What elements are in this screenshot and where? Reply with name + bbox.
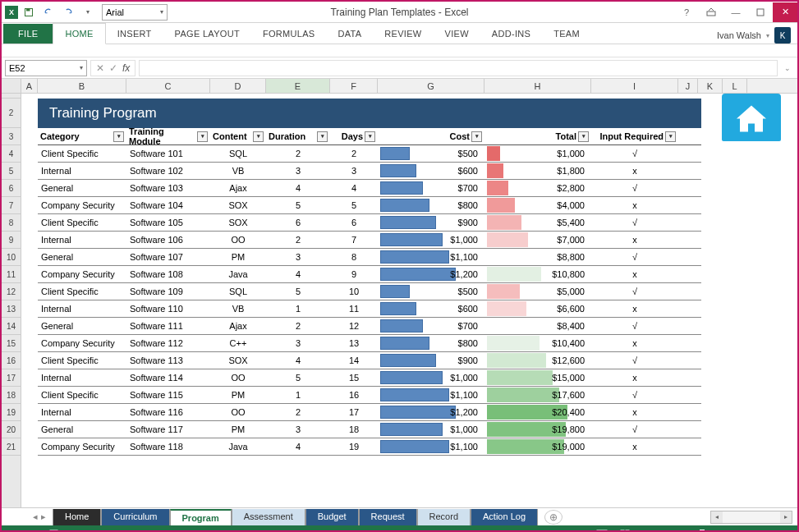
cell-duration[interactable]: 6: [266, 214, 330, 231]
row-header-4[interactable]: 4: [2, 145, 21, 163]
cell-module[interactable]: Software 107: [126, 249, 210, 265]
select-all-cell[interactable]: [2, 79, 21, 93]
filter-icon[interactable]: ▾: [578, 131, 589, 142]
cell-category[interactable]: General: [38, 180, 126, 196]
cell-total[interactable]: $2,800: [484, 180, 591, 196]
cell-duration[interactable]: 4: [266, 438, 330, 455]
cell-days[interactable]: 11: [330, 300, 378, 317]
cell-category[interactable]: Internal: [38, 404, 126, 420]
th-content[interactable]: Content▾: [210, 128, 266, 144]
cell-total[interactable]: $8,400: [484, 318, 591, 334]
cell-cost[interactable]: $500: [378, 145, 484, 162]
help-button[interactable]: ?: [674, 2, 699, 22]
maximize-button[interactable]: [748, 2, 773, 22]
cell-total[interactable]: $15,000: [484, 369, 591, 386]
row-header-13[interactable]: 13: [2, 300, 21, 318]
cell-module[interactable]: Software 108: [126, 266, 210, 282]
th-duration[interactable]: Duration▾: [266, 128, 330, 144]
row-header-3[interactable]: 3: [2, 128, 21, 145]
table-row[interactable]: Company SecuritySoftware 112C++313$800$1…: [38, 335, 701, 352]
row-header-20[interactable]: 20: [2, 421, 21, 438]
accept-formula-icon[interactable]: ✓: [109, 62, 117, 74]
cell-content[interactable]: SOX: [210, 214, 266, 231]
qat-customize-button[interactable]: ▾: [79, 3, 97, 21]
th-module[interactable]: Training Module▾: [126, 128, 210, 144]
cell-days[interactable]: 17: [330, 404, 378, 420]
sheet-tab-budget[interactable]: Budget: [305, 509, 359, 525]
filter-icon[interactable]: ▾: [365, 131, 375, 142]
cell-input[interactable]: √: [591, 318, 678, 334]
cell-cost[interactable]: $1,200: [378, 266, 484, 282]
cell-content[interactable]: C++: [210, 335, 266, 351]
cell-input[interactable]: √: [591, 283, 678, 300]
cell-content[interactable]: Ajax: [210, 318, 266, 334]
cell-days[interactable]: 8: [330, 249, 378, 265]
row-header-8[interactable]: 8: [2, 214, 21, 232]
cell-category[interactable]: Client Specific: [38, 145, 126, 162]
cell-content[interactable]: OO: [210, 369, 266, 386]
cell-total[interactable]: $1,800: [484, 163, 591, 179]
sheet-tab-program[interactable]: Program: [170, 509, 232, 525]
ribbon-options-button[interactable]: [699, 2, 723, 22]
cell-content[interactable]: SOX: [210, 352, 266, 369]
col-header-C[interactable]: C: [126, 79, 210, 93]
cell-input[interactable]: x: [591, 369, 678, 386]
col-header-D[interactable]: D: [210, 79, 266, 93]
cell-duration[interactable]: 4: [266, 352, 330, 369]
cell-cost[interactable]: $600: [378, 163, 484, 179]
cell-input[interactable]: √: [591, 145, 678, 162]
cell-module[interactable]: Software 116: [126, 404, 210, 420]
th-cost[interactable]: Cost▾: [378, 128, 484, 144]
row-header-21[interactable]: 21: [2, 438, 21, 456]
cell-duration[interactable]: 2: [266, 232, 330, 248]
cell-content[interactable]: PM: [210, 421, 266, 438]
cell-category[interactable]: Client Specific: [38, 214, 126, 231]
filter-icon[interactable]: ▾: [197, 131, 208, 142]
row-header-12[interactable]: 12: [2, 283, 21, 300]
cell-total[interactable]: $1,000: [484, 145, 591, 162]
row-header-15[interactable]: 15: [2, 335, 21, 352]
cell-duration[interactable]: 3: [266, 163, 330, 179]
cell-content[interactable]: Java: [210, 266, 266, 282]
cell-days[interactable]: 3: [330, 163, 378, 179]
cell-duration[interactable]: 5: [266, 369, 330, 386]
cell-content[interactable]: SQL: [210, 283, 266, 300]
sheet-nav-next[interactable]: ▸: [41, 511, 46, 522]
cell-content[interactable]: Java: [210, 438, 266, 455]
table-row[interactable]: InternalSoftware 110VB111$600$6,600x: [38, 300, 701, 318]
cell-module[interactable]: Software 103: [126, 180, 210, 196]
col-header-F[interactable]: F: [330, 79, 378, 93]
th-category[interactable]: Category▾: [38, 128, 126, 144]
row-header-10[interactable]: 10: [2, 249, 21, 266]
cell-duration[interactable]: 4: [266, 266, 330, 282]
row-header-16[interactable]: 16: [2, 352, 21, 369]
cell-module[interactable]: Software 112: [126, 335, 210, 351]
cell-total[interactable]: $4,000: [484, 197, 591, 213]
cell-category[interactable]: Client Specific: [38, 352, 126, 369]
cell-input[interactable]: x: [591, 335, 678, 351]
user-avatar[interactable]: K: [774, 27, 791, 44]
th-total[interactable]: Total▾: [484, 128, 591, 144]
table-row[interactable]: Company SecuritySoftware 104SOX55$800$4,…: [38, 197, 701, 214]
cells-area[interactable]: Training Program Category▾ Training Modu…: [21, 94, 797, 507]
cell-input[interactable]: x: [591, 300, 678, 317]
cell-total[interactable]: $7,000: [484, 232, 591, 248]
cell-cost[interactable]: $1,000: [378, 232, 484, 248]
cell-cost[interactable]: $600: [378, 300, 484, 317]
cell-days[interactable]: 12: [330, 318, 378, 334]
cell-module[interactable]: Software 117: [126, 421, 210, 438]
row-header-11[interactable]: 11: [2, 266, 21, 283]
row-header-18[interactable]: 18: [2, 387, 21, 404]
undo-button[interactable]: [39, 3, 57, 21]
minimize-button[interactable]: —: [723, 2, 748, 22]
close-button[interactable]: ✕: [773, 2, 797, 22]
table-row[interactable]: GeneralSoftware 117PM318$1,000$19,800√: [38, 421, 701, 438]
filter-icon[interactable]: ▾: [317, 131, 328, 142]
cell-input[interactable]: √: [591, 387, 678, 403]
cell-category[interactable]: Internal: [38, 300, 126, 317]
cell-module[interactable]: Software 105: [126, 214, 210, 231]
sheet-tab-action-log[interactable]: Action Log: [471, 509, 538, 525]
cell-days[interactable]: 5: [330, 197, 378, 213]
cell-cost[interactable]: $1,100: [378, 249, 484, 265]
cell-cost[interactable]: $700: [378, 318, 484, 334]
